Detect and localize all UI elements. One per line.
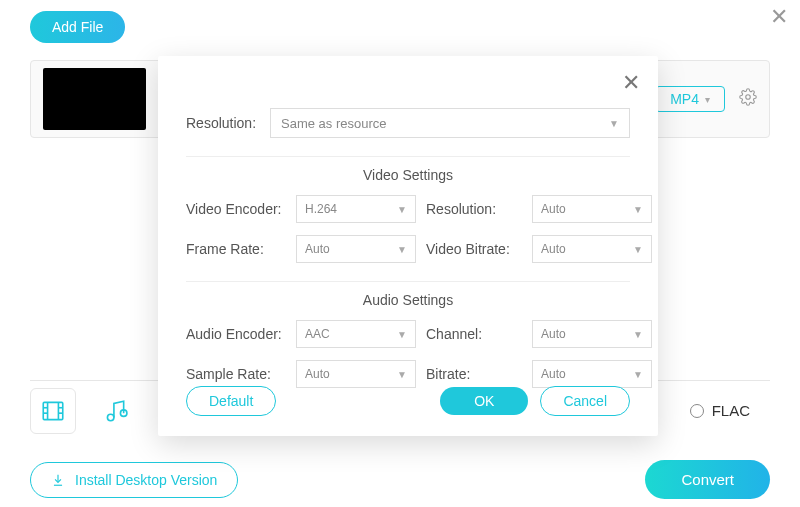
convert-button[interactable]: Convert [645,460,770,499]
flac-option[interactable]: FLAC [690,402,750,419]
flac-label: FLAC [712,402,750,419]
frame-rate-value: Auto [305,242,330,256]
channel-select[interactable]: Auto▼ [532,320,652,348]
page-close-icon[interactable]: ✕ [770,4,788,30]
audio-encoder-select[interactable]: AAC▼ [296,320,416,348]
audio-bitrate-label: Bitrate: [426,366,522,382]
frame-rate-label: Frame Rate: [186,241,286,257]
install-label: Install Desktop Version [75,472,217,488]
format-label: MP4 [670,91,699,107]
audio-encoder-value: AAC [305,327,330,341]
chevron-down-icon: ▼ [633,244,643,255]
frame-rate-select[interactable]: Auto▼ [296,235,416,263]
resolution-main-select[interactable]: Same as resource ▼ [270,108,630,138]
profile-settings-dialog: ✕ Resolution: Same as resource ▼ Video S… [158,56,658,436]
svg-point-8 [107,414,114,421]
sample-rate-value: Auto [305,367,330,381]
ok-button[interactable]: OK [440,387,528,415]
default-button[interactable]: Default [186,386,276,416]
chevron-down-icon: ▼ [397,329,407,340]
channel-label: Channel: [426,326,522,342]
cancel-button[interactable]: Cancel [540,386,630,416]
video-resolution-label: Resolution: [426,201,522,217]
video-encoder-label: Video Encoder: [186,201,286,217]
audio-bitrate-value: Auto [541,367,566,381]
chevron-down-icon: ▾ [705,94,710,105]
video-format-tab[interactable] [30,388,76,434]
channel-value: Auto [541,327,566,341]
video-resolution-value: Auto [541,202,566,216]
chevron-down-icon: ▼ [633,204,643,215]
bottom-bar: Install Desktop Version Convert [30,460,770,499]
svg-rect-1 [43,402,63,419]
chevron-down-icon: ▼ [397,369,407,380]
radio-icon [690,404,704,418]
chevron-down-icon: ▼ [633,369,643,380]
video-settings-heading: Video Settings [186,156,630,183]
sample-rate-select[interactable]: Auto▼ [296,360,416,388]
audio-encoder-label: Audio Encoder: [186,326,286,342]
video-bitrate-select[interactable]: Auto▼ [532,235,652,263]
svg-point-0 [746,94,751,99]
output-format-badge[interactable]: MP4 ▾ [655,86,725,112]
video-resolution-select[interactable]: Auto▼ [532,195,652,223]
audio-bitrate-select[interactable]: Auto▼ [532,360,652,388]
chevron-down-icon: ▼ [397,204,407,215]
chevron-down-icon: ▼ [633,329,643,340]
close-icon[interactable]: ✕ [622,70,640,96]
audio-format-tab[interactable] [92,388,138,434]
gear-icon[interactable] [739,88,757,111]
install-desktop-button[interactable]: Install Desktop Version [30,462,238,498]
video-encoder-select[interactable]: H.264▼ [296,195,416,223]
video-bitrate-label: Video Bitrate: [426,241,522,257]
chevron-down-icon: ▼ [609,118,619,129]
sample-rate-label: Sample Rate: [186,366,286,382]
add-file-button[interactable]: Add File [30,11,125,43]
download-icon [51,473,65,487]
video-encoder-value: H.264 [305,202,337,216]
resolution-main-value: Same as resource [281,116,387,131]
chevron-down-icon: ▼ [397,244,407,255]
video-thumbnail [43,68,146,130]
resolution-main-label: Resolution: [186,115,264,131]
audio-settings-heading: Audio Settings [186,281,630,308]
video-bitrate-value: Auto [541,242,566,256]
